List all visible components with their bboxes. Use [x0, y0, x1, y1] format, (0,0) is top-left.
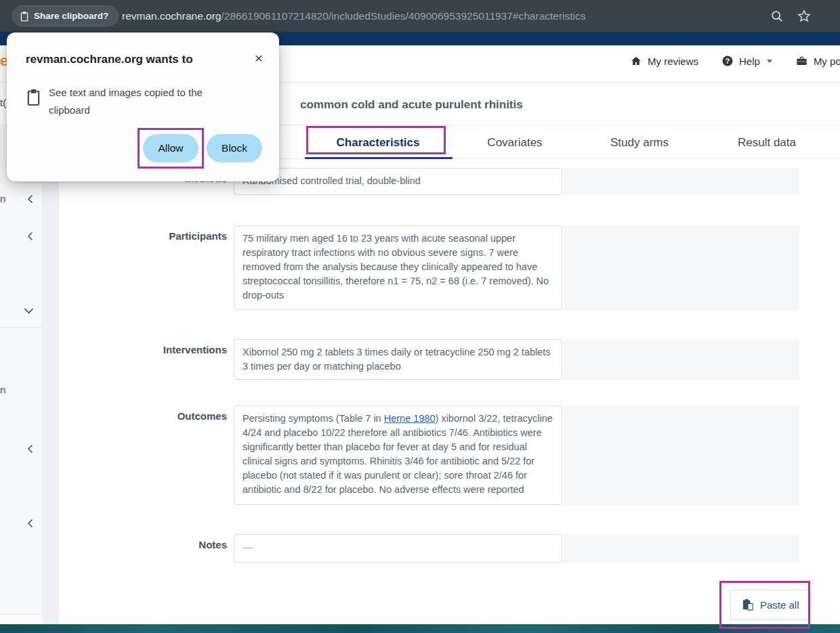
paste-icon — [742, 598, 755, 611]
field-label-notes: Notes — [59, 534, 227, 563]
notes-field[interactable]: — — [234, 534, 562, 563]
paste-all-button[interactable]: Paste all — [730, 590, 811, 620]
clipboard-permission-dialog: revman.cochrane.org wants to × See text … — [7, 32, 279, 181]
share-chip-label: Share clipboard? — [34, 11, 108, 21]
field-value: Xibornol 250 mg 2 tablets 3 times daily … — [243, 347, 551, 372]
clipboard-icon — [20, 11, 29, 22]
field-value: ) xibornol 3/22, tetracycline 4/24 and p… — [243, 413, 553, 495]
permission-request-text: See text and images copied to the clipbo… — [49, 84, 225, 119]
dialog-title: revman.cochrane.org wants to — [26, 53, 193, 66]
chevron-left-icon[interactable] — [27, 444, 33, 454]
empty-column-cell — [564, 534, 799, 563]
interventions-field[interactable]: Xibornol 250 mg 2 tablets 3 times daily … — [234, 339, 562, 380]
sidebar-gutter — [43, 126, 59, 624]
field-value: Persisting symptoms (Table 7 in — [243, 413, 384, 424]
empty-column-cell — [564, 225, 799, 310]
chevron-left-icon[interactable] — [27, 232, 33, 241]
row-notes: Notes — — [59, 534, 799, 563]
field-value: 75 military men aged 16 to 23 years with… — [243, 233, 549, 301]
study-reference-link[interactable]: Herne 1980 — [384, 413, 436, 424]
row-outcomes: Outcomes Persisting symptoms (Table 7 in… — [59, 406, 799, 505]
field-label-participants: Participants — [59, 225, 227, 310]
field-label-interventions: Interventions — [59, 339, 227, 380]
chevron-left-icon[interactable] — [27, 519, 33, 528]
url-domain: revman.cochrane.org — [122, 10, 221, 22]
empty-column-cell — [564, 339, 799, 380]
sidebar-divider — [0, 327, 42, 328]
outcomes-field[interactable]: Persisting symptoms (Table 7 in Herne 19… — [234, 406, 562, 505]
browser-toolbar: Share clipboard? revman.cochrane.org/286… — [0, 0, 840, 32]
address-bar[interactable]: revman.cochrane.org/286619061107214820/i… — [122, 0, 586, 32]
allow-button[interactable]: Allow — [143, 134, 198, 162]
sidebar-text-fragment: n — [0, 384, 5, 395]
clipboard-icon — [26, 88, 41, 106]
field-label-outcomes: Outcomes — [59, 406, 227, 505]
url-path: /286619061107214820/includedStudies/4090… — [221, 10, 585, 22]
methods-field[interactable]: Randomised controlled trial, double-blin… — [234, 168, 562, 195]
sidebar-text-fragment: t( — [0, 97, 6, 108]
chevron-down-icon[interactable] — [24, 307, 34, 314]
paste-all-label: Paste all — [760, 599, 799, 611]
close-icon[interactable]: × — [249, 49, 268, 68]
row-interventions: Interventions Xibornol 250 mg 2 tablets … — [59, 339, 799, 380]
block-button[interactable]: Block — [207, 134, 262, 162]
search-icon[interactable] — [770, 9, 784, 26]
empty-column-cell — [564, 406, 799, 505]
share-clipboard-chip[interactable]: Share clipboard? — [12, 5, 119, 26]
row-participants: Participants 75 military men aged 16 to … — [59, 225, 799, 310]
participants-field[interactable]: 75 military men aged 16 to 23 years with… — [234, 225, 562, 310]
chevron-left-icon[interactable] — [27, 194, 33, 204]
bottom-taskbar-strip — [0, 624, 840, 633]
sidebar-text-fragment: n — [0, 193, 5, 204]
empty-column-cell — [564, 168, 799, 195]
left-sidebar: n n — [0, 126, 43, 615]
field-value: — — [243, 542, 253, 552]
bookmark-star-icon[interactable] — [797, 9, 812, 26]
